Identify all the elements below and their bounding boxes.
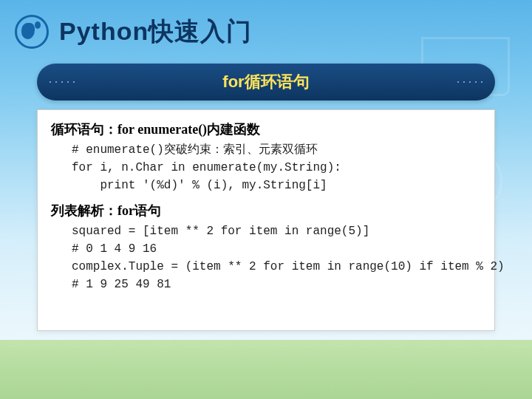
code-block-0: # enumerate()突破约束：索引、元素双循环 for i, n.Char…	[72, 141, 481, 194]
bg-grass-deco	[0, 340, 532, 399]
section-heading-1: 列表解析：for语句	[51, 202, 481, 219]
header: Python快速入门	[0, 0, 532, 56]
globe-icon	[15, 15, 49, 49]
section-heading-0: 循环语句：for enumerate()内建函数	[51, 120, 481, 138]
page-title: Python快速入门	[59, 15, 252, 49]
banner-title: for循环语句	[52, 71, 480, 93]
banner: for循环语句	[37, 64, 495, 100]
content-card: 循环语句：for enumerate()内建函数 # enumerate()突破…	[37, 109, 495, 331]
code-block-1: squared = [item ** 2 for item in range(5…	[72, 222, 481, 293]
